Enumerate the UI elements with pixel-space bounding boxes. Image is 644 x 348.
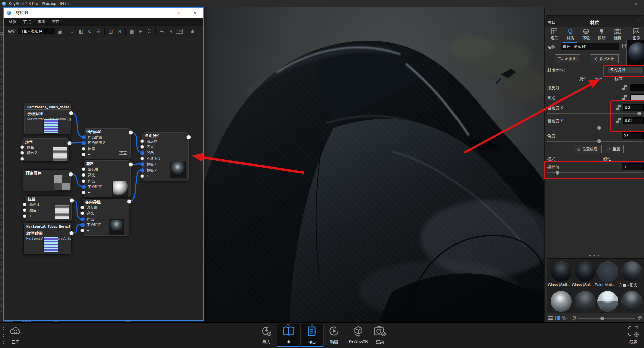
undock-panel-icon[interactable]: [638, 20, 642, 25]
library-material-thumb[interactable]: [575, 291, 595, 312]
library-material-thumb[interactable]: [621, 291, 642, 312]
app-minimize-button[interactable]: —: [603, 2, 612, 6]
library-material-thumb[interactable]: [551, 291, 572, 312]
ribbon-tab-environment[interactable]: 环境: [578, 27, 594, 42]
node-settings-icon[interactable]: [119, 150, 127, 155]
multi-layer-material-button[interactable]: 多层材质: [590, 54, 619, 63]
graph-material-name-input[interactable]: [18, 28, 55, 34]
port-dot[interactable]: [80, 211, 84, 215]
node-input-port[interactable]: 漫反射: [84, 166, 131, 172]
mode-dropdown[interactable]: 线性: [603, 156, 611, 162]
diffuse-color-swatch[interactable]: [630, 84, 644, 91]
material-node[interactable]: 凹凸添加凹凸贴图 1凹凸贴图 2比率+: [83, 128, 131, 159]
list-view-icon[interactable]: [548, 316, 553, 321]
adjust-icon[interactable]: ☰: [94, 28, 102, 35]
library-material-thumb[interactable]: [551, 261, 572, 282]
node-input-port[interactable]: 漫反射: [142, 138, 189, 144]
thumbnail-size-slider[interactable]: [578, 318, 635, 319]
node-output-port[interactable]: [69, 111, 73, 115]
add-node-icon[interactable]: ▩: [128, 28, 136, 35]
menu-window[interactable]: 窗口: [49, 19, 63, 24]
port-dot[interactable]: [82, 173, 85, 177]
port-dot[interactable]: [20, 145, 24, 149]
app-close-button[interactable]: ✕: [631, 2, 641, 6]
dock-item-library[interactable]: 库: [277, 324, 300, 347]
node-output-port[interactable]: [129, 130, 133, 135]
ribbon-tab-camera[interactable]: 相机: [610, 27, 625, 42]
dock-item-import[interactable]: 导入: [256, 324, 277, 347]
node-output-port[interactable]: [127, 199, 131, 204]
library-material-thumb[interactable]: [575, 261, 595, 282]
dock-item-animation[interactable]: 动画: [324, 324, 344, 347]
port-dot[interactable]: [80, 229, 84, 232]
duplicate-icon[interactable]: ◫: [107, 28, 115, 35]
port-dot[interactable]: [82, 179, 85, 183]
samples-slider[interactable]: [547, 172, 643, 173]
port-dot[interactable]: [20, 151, 24, 155]
roughness-y-slider[interactable]: [547, 128, 643, 128]
roughness-y-input[interactable]: [623, 117, 644, 124]
menu-view[interactable]: 查看: [34, 19, 49, 24]
ribbon-tab-material[interactable]: 材质: [562, 27, 578, 42]
app-maximize-button[interactable]: □: [617, 2, 627, 6]
dock-item-project[interactable]: 项目: [300, 324, 324, 347]
node-input-port[interactable]: 高光: [83, 210, 129, 216]
tree-view-icon[interactable]: [562, 316, 568, 321]
port-dot[interactable]: [140, 139, 144, 143]
port-dot-connected[interactable]: [82, 185, 86, 189]
menu-node[interactable]: 节点: [20, 19, 34, 24]
node-input-port[interactable]: 凹凸: [142, 150, 189, 156]
grid-view-icon[interactable]: [555, 316, 560, 321]
port-dot[interactable]: [23, 214, 26, 218]
ribbon-tab-lighting[interactable]: 照明: [594, 27, 609, 42]
node-input-port[interactable]: 不透明度: [142, 156, 189, 161]
port-dot[interactable]: [23, 203, 26, 206]
port-dot-connected[interactable]: [80, 217, 85, 221]
graph-maximize-button[interactable]: □: [174, 8, 185, 18]
library-splitter-handle[interactable]: ● ● ●: [545, 254, 644, 257]
material-graph-title-bar[interactable]: 材质图 — □ ✕: [4, 8, 203, 18]
node-input-port[interactable]: 凹凸贴图 2: [84, 140, 131, 146]
port-dot-connected[interactable]: [82, 141, 86, 145]
zoom-100-icon[interactable]: 100: [176, 29, 183, 34]
node-output-port[interactable]: [69, 231, 74, 235]
roughness-x-input[interactable]: [623, 104, 644, 111]
dock-item-screenshot[interactable]: 截屏: [623, 324, 643, 347]
port-dot[interactable]: [20, 157, 24, 161]
dock-drag-handle[interactable]: [3, 325, 4, 346]
material-node[interactable]: 拉丝颜色 1颜色 2+: [22, 138, 70, 162]
diffuse-texture-icon[interactable]: [622, 85, 627, 90]
save-icon[interactable]: ▣: [56, 28, 64, 35]
material-node[interactable]: 各向异性漫反射高光凹凸不透明度标签 1标签 2+: [142, 132, 189, 181]
library-material-thumb[interactable]: [621, 261, 642, 282]
node-output-port[interactable]: [67, 141, 72, 145]
material-type-dropdown[interactable]: 各向异性: [608, 66, 644, 73]
zoom-out-icon[interactable]: [572, 316, 577, 322]
specular-texture-icon[interactable]: [622, 95, 627, 100]
port-dot[interactable]: [80, 206, 84, 209]
library-material-thumb[interactable]: [597, 261, 618, 282]
menu-material[interactable]: 材质: [5, 19, 20, 24]
tab-properties[interactable]: 属性: [579, 76, 587, 82]
zoom-in-icon[interactable]: [637, 316, 642, 322]
port-dot-connected[interactable]: [80, 223, 85, 227]
port-dot[interactable]: [82, 191, 85, 194]
angle-input[interactable]: [622, 132, 644, 139]
node-output-port[interactable]: [69, 172, 73, 177]
material-ball-icon[interactable]: ○: [68, 28, 76, 35]
port-dot-connected[interactable]: [140, 162, 144, 166]
specular-color-swatch[interactable]: [630, 94, 644, 101]
port-dot-connected[interactable]: [140, 151, 144, 155]
port-dot[interactable]: [82, 167, 85, 171]
roughness-y-texture-icon[interactable]: [616, 118, 621, 123]
angle-slider[interactable]: [547, 141, 643, 142]
ribbon-tab-scene[interactable]: 场景: [547, 27, 562, 42]
material-node[interactable]: 拉丝颜色 1颜色 2+: [24, 195, 72, 221]
node-input-port[interactable]: 高光: [142, 144, 189, 150]
roughness-x-texture-icon[interactable]: [616, 105, 621, 110]
fit-view-icon[interactable]: ⊡: [166, 28, 174, 35]
split-icon[interactable]: ⋔: [188, 28, 196, 35]
delete-icon[interactable]: ⊠: [115, 28, 123, 35]
material-name-input[interactable]: [561, 43, 619, 50]
material-preview[interactable]: [626, 40, 644, 66]
